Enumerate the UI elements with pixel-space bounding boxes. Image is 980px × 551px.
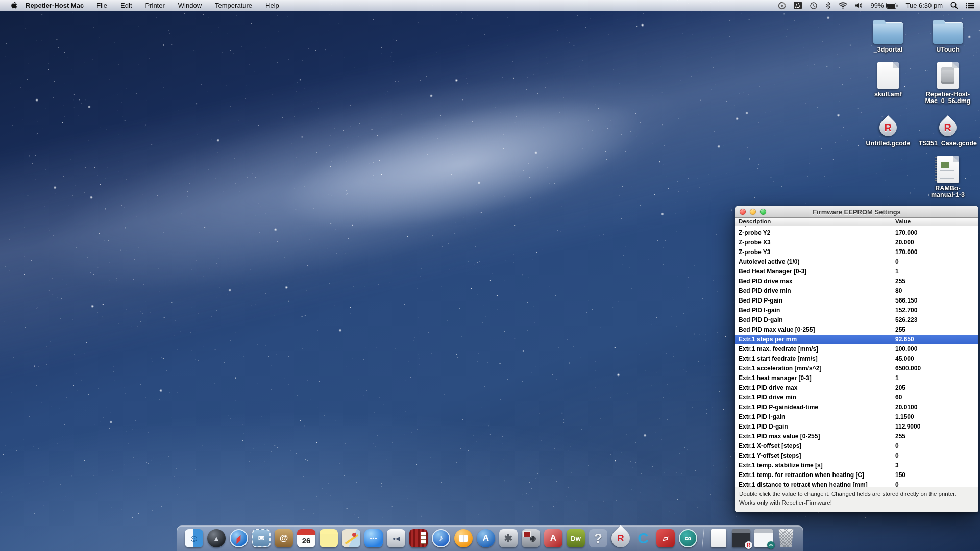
- eeprom-row[interactable]: Bed PID P-gain 566.150: [735, 296, 978, 306]
- menu-temperature[interactable]: Temperature: [208, 2, 259, 9]
- dock-item-min-window-arduino[interactable]: ∞: [754, 529, 773, 548]
- row-value[interactable]: 0: [891, 480, 978, 487]
- row-value[interactable]: 566.150: [891, 296, 978, 306]
- desktop-icon-rambo-manual[interactable]: RAMBo- manual-1-3: [921, 155, 974, 198]
- eeprom-row[interactable]: Extr.1 distance to retract when heating …: [735, 480, 978, 487]
- eeprom-row[interactable]: Extr.1 X-offset [steps] 0: [735, 441, 978, 451]
- desktop-icon-untitled-gcode[interactable]: R Untitled.gcode: [862, 110, 915, 147]
- row-value[interactable]: 0: [891, 441, 978, 451]
- row-value[interactable]: 6500.000: [891, 364, 978, 373]
- row-value[interactable]: 255: [891, 277, 978, 286]
- row-value[interactable]: 92.650: [891, 335, 978, 344]
- eeprom-row[interactable]: Extr.1 PID drive max 205: [735, 383, 978, 393]
- dock-item-photo-booth[interactable]: [409, 529, 428, 548]
- menu-window[interactable]: Window: [172, 2, 208, 9]
- eeprom-row[interactable]: Autolevel active (1/0) 0: [735, 257, 978, 267]
- row-value[interactable]: 45.000: [891, 354, 978, 364]
- notification-center-icon[interactable]: [966, 3, 974, 9]
- row-value[interactable]: 0: [891, 257, 978, 267]
- row-value[interactable]: 3: [891, 461, 978, 470]
- eeprom-row[interactable]: Z-probe Y2 170.000: [735, 228, 978, 238]
- dock-item-contacts[interactable]: @: [274, 529, 293, 548]
- eeprom-row[interactable]: Bed PID D-gain 526.223: [735, 315, 978, 325]
- dock-item-min-window-repetier[interactable]: R: [731, 529, 751, 548]
- adobe-icon[interactable]: [794, 2, 802, 9]
- row-value[interactable]: 1: [891, 373, 978, 383]
- dock-item-notes[interactable]: [319, 529, 338, 548]
- eeprom-row[interactable]: Extr.1 PID D-gain 112.9000: [735, 422, 978, 432]
- eeprom-row[interactable]: Extr.1 acceleration [mm/s^2] 6500.000: [735, 364, 978, 373]
- row-value[interactable]: 20.0100: [891, 403, 978, 412]
- row-value[interactable]: 80: [891, 286, 978, 296]
- row-value[interactable]: 0: [891, 451, 978, 461]
- eeprom-row[interactable]: Extr.1 start feedrate [mm/s] 45.000: [735, 354, 978, 364]
- window-titlebar[interactable]: Firmware EEPROM Settings: [735, 206, 978, 218]
- dock-item-ibooks[interactable]: [454, 529, 473, 548]
- desktop-icon-repetier-dmg[interactable]: Repetier-Host- Mac_0_56.dmg: [921, 61, 974, 105]
- dock-item-facetime[interactable]: ●◀: [386, 529, 406, 548]
- row-value[interactable]: 150: [891, 470, 978, 480]
- apple-menu[interactable]: [7, 2, 20, 9]
- row-value[interactable]: 205: [891, 383, 978, 393]
- bluetooth-icon[interactable]: [825, 2, 831, 9]
- dock-item-movie-projector[interactable]: ◉: [521, 529, 541, 548]
- row-value[interactable]: 100.000: [891, 344, 978, 354]
- row-value[interactable]: 1.1500: [891, 412, 978, 422]
- eeprom-row[interactable]: Bed Heat Manager [0-3] 1: [735, 267, 978, 277]
- desktop-icon-ts351-gcode[interactable]: R TS351_Case.gcode: [921, 110, 974, 147]
- menu-edit[interactable]: Edit: [114, 2, 138, 9]
- time-machine-icon[interactable]: [810, 2, 818, 10]
- eeprom-row[interactable]: Bed PID drive max 255: [735, 277, 978, 286]
- dock-item-mail[interactable]: ✉: [252, 529, 271, 548]
- dock-item-divider[interactable]: [701, 529, 706, 548]
- row-value[interactable]: 112.9000: [891, 422, 978, 432]
- row-value[interactable]: 152.700: [891, 306, 978, 315]
- menu-printer[interactable]: Printer: [139, 2, 172, 9]
- desktop-icon-folder-utouch[interactable]: UTouch: [921, 16, 974, 53]
- eeprom-row[interactable]: Extr.1 PID drive min 60: [735, 393, 978, 403]
- dock-item-maps[interactable]: [341, 529, 361, 548]
- eeprom-row[interactable]: Extr.1 steps per mm 92.650: [735, 335, 978, 344]
- row-value[interactable]: 20.000: [891, 238, 978, 247]
- desktop-icon-skull-amf[interactable]: skull.amf: [862, 61, 915, 98]
- dock-item-rambo-doc[interactable]: [709, 529, 728, 548]
- battery-indicator[interactable]: 99%: [870, 2, 898, 9]
- eeprom-row[interactable]: Z-probe X3 20.000: [735, 238, 978, 247]
- active-app-name[interactable]: Repetier-Host Mac: [20, 2, 90, 9]
- dock-item-cura[interactable]: C: [633, 529, 653, 548]
- eeprom-row[interactable]: Extr.1 PID max value [0-255] 255: [735, 432, 978, 441]
- wifi-icon[interactable]: [839, 2, 847, 9]
- row-value[interactable]: 255: [891, 325, 978, 335]
- eeprom-row[interactable]: Bed PID drive min 80: [735, 286, 978, 296]
- eeprom-row[interactable]: Extr.1 temp. stabilize time [s] 3: [735, 461, 978, 470]
- dock-item-sketchup[interactable]: ▱: [656, 529, 675, 548]
- dock-item-calendar[interactable]: 26: [297, 529, 316, 548]
- eeprom-row[interactable]: Extr.1 heat manager [0-3] 1: [735, 373, 978, 383]
- eeprom-row[interactable]: Extr.1 PID I-gain 1.1500: [735, 412, 978, 422]
- dock-item-itunes[interactable]: ♪: [431, 529, 451, 548]
- dock-item-dreamweaver[interactable]: Dw: [566, 529, 585, 548]
- dock-item-repetier-host[interactable]: R: [611, 529, 630, 548]
- sync-swirl-icon[interactable]: [778, 2, 786, 10]
- row-value[interactable]: 170.000: [891, 247, 978, 257]
- eeprom-row[interactable]: Extr.1 PID P-gain/dead-time 20.0100: [735, 403, 978, 412]
- eeprom-row[interactable]: Extr.1 temp. for retraction when heating…: [735, 470, 978, 480]
- column-header-description[interactable]: Description: [735, 218, 891, 226]
- row-value[interactable]: 60: [891, 393, 978, 403]
- dock-item-messages[interactable]: •••: [364, 529, 383, 548]
- eeprom-row[interactable]: Z-probe Y3 170.000: [735, 247, 978, 257]
- spotlight-icon[interactable]: [950, 2, 958, 9]
- dock-item-safari[interactable]: ◆: [229, 529, 249, 548]
- dock-item-launchpad[interactable]: ▲: [207, 529, 226, 548]
- dock-item-system-preferences[interactable]: ✱: [499, 529, 518, 548]
- menu-file[interactable]: File: [90, 2, 114, 9]
- desktop-icon-folder-3dportal[interactable]: _3dportal: [862, 16, 915, 53]
- dock-item-missing-app[interactable]: ?: [589, 529, 608, 548]
- row-value[interactable]: 526.223: [891, 315, 978, 325]
- menu-bar-clock[interactable]: Tue 6:30 pm: [905, 2, 943, 9]
- eeprom-row[interactable]: Bed PID max value [0-255] 255: [735, 325, 978, 335]
- dock-item-finder[interactable]: ☺: [184, 529, 204, 548]
- eeprom-row[interactable]: Extr.1 Y-offset [steps] 0: [735, 451, 978, 461]
- dock-item-app-store[interactable]: A: [476, 529, 496, 548]
- column-header-value[interactable]: Value: [891, 218, 978, 226]
